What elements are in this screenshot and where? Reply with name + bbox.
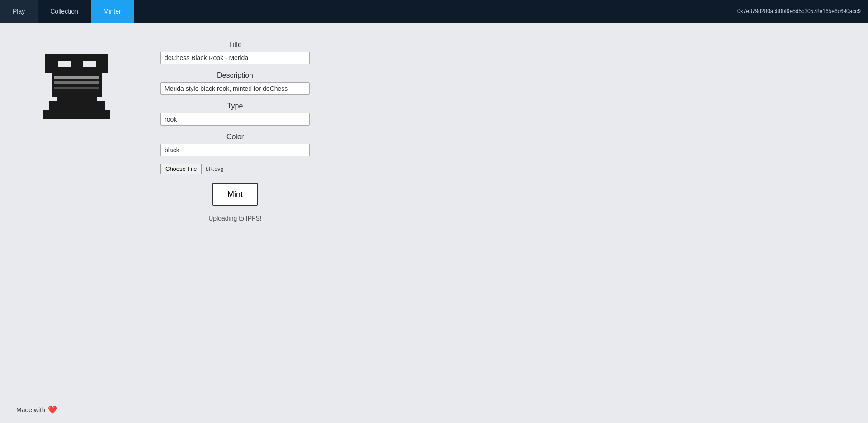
nav-items: Play Collection Minter: [0, 0, 134, 23]
description-label: Description: [217, 71, 253, 80]
navbar: Play Collection Minter 0x7e379d280ac80bf…: [0, 0, 868, 23]
svg-rect-8: [49, 101, 105, 110]
svg-rect-4: [83, 54, 96, 61]
svg-rect-1: [71, 54, 83, 67]
svg-rect-0: [45, 54, 58, 67]
svg-rect-2: [96, 54, 108, 67]
svg-rect-12: [54, 87, 99, 89]
svg-rect-11: [54, 81, 99, 84]
svg-rect-5: [45, 67, 108, 73]
description-input[interactable]: [160, 82, 310, 95]
type-group: Type: [145, 102, 326, 126]
title-group: Title: [145, 41, 326, 64]
svg-rect-3: [58, 54, 71, 61]
color-group: Color: [145, 133, 326, 156]
nav-item-play[interactable]: Play: [0, 0, 38, 23]
nav-item-collection[interactable]: Collection: [38, 0, 90, 23]
mint-button[interactable]: Mint: [212, 183, 258, 206]
title-label: Title: [228, 41, 242, 49]
svg-rect-9: [43, 110, 110, 119]
chess-rook-icon: [41, 50, 113, 131]
nav-label-collection: Collection: [50, 8, 78, 15]
choose-file-button[interactable]: Choose File: [160, 164, 202, 174]
mint-btn-row: Mint: [145, 183, 326, 206]
type-label: Type: [227, 102, 243, 110]
svg-rect-10: [54, 76, 99, 79]
chess-image-area: [27, 41, 127, 222]
wallet-address: 0x7e379d280ac80bf9e5d5c30578e165e6c690ac…: [737, 8, 861, 14]
nav-label-play: Play: [13, 8, 25, 15]
color-label: Color: [226, 133, 244, 141]
title-input[interactable]: [160, 52, 310, 64]
made-with-text: Made with: [16, 406, 45, 414]
file-input-row: Choose File bR.svg: [160, 164, 224, 174]
form-area: Title Description Type Color Choose File…: [145, 41, 326, 222]
main-content: Title Description Type Color Choose File…: [0, 23, 868, 240]
file-name-display: bR.svg: [205, 165, 223, 172]
status-text: Uploading to IPFS!: [145, 215, 326, 222]
svg-rect-7: [57, 97, 97, 101]
nav-label-minter: Minter: [104, 8, 121, 15]
heart-icon: ❤️: [48, 405, 57, 414]
type-input[interactable]: [160, 113, 310, 126]
description-group: Description: [145, 71, 326, 95]
nav-item-minter[interactable]: Minter: [91, 0, 134, 23]
footer: Made with ❤️: [16, 405, 57, 414]
color-input[interactable]: [160, 144, 310, 156]
